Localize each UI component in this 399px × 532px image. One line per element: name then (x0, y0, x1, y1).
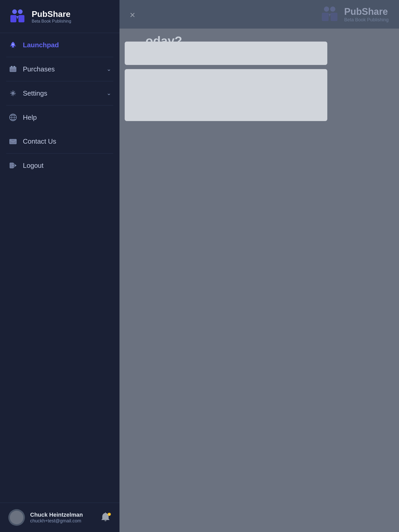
svg-rect-19 (10, 139, 16, 144)
sidebar-item-purchases[interactable]: Purchases ⌄ (0, 57, 119, 81)
svg-rect-9 (10, 67, 16, 72)
mail-icon (8, 137, 18, 146)
main-cards-area (125, 42, 327, 125)
sidebar-item-logout[interactable]: Logout (0, 154, 119, 177)
chevron-down-icon: ⌄ (107, 66, 111, 72)
sidebar-label-help: Help (23, 114, 111, 122)
sidebar-header: PubShare Beta Book Publishing (0, 0, 119, 33)
sidebar-label-launchpad: Launchpad (23, 41, 111, 49)
sidebar-item-launchpad[interactable]: Launchpad (0, 33, 119, 57)
sidebar-logo-icon (8, 7, 26, 25)
sidebar-item-settings[interactable]: Settings ⌄ (0, 81, 119, 105)
sidebar-label-purchases: Purchases (23, 65, 107, 73)
sidebar-brand-text: PubShare Beta Book Publishing (32, 9, 71, 24)
svg-point-8 (12, 44, 14, 45)
sidebar-item-contact[interactable]: Contact Us (0, 129, 119, 153)
chevron-down-icon-2: ⌄ (107, 90, 111, 97)
avatar (8, 509, 25, 526)
svg-rect-2 (322, 13, 329, 21)
svg-rect-3 (331, 13, 337, 21)
svg-point-4 (12, 9, 17, 14)
sidebar-item-help[interactable]: Help (0, 105, 119, 129)
user-info: Chuck Heintzelman chuckh+test@gmail.com (30, 511, 95, 524)
svg-point-1 (330, 6, 335, 12)
bell-icon: ! (100, 512, 111, 523)
close-icon: × (130, 10, 135, 21)
svg-rect-7 (18, 15, 24, 22)
svg-point-13 (12, 92, 14, 95)
logout-icon (8, 161, 18, 170)
svg-text:!: ! (109, 514, 110, 516)
sidebar-drawer: PubShare Beta Book Publishing Launchpad (0, 0, 119, 532)
sidebar-footer: Chuck Heintzelman chuckh+test@gmail.com … (0, 503, 119, 532)
sidebar-label-contact: Contact Us (23, 137, 111, 145)
sidebar-label-logout: Logout (23, 162, 111, 170)
user-name: Chuck Heintzelman (30, 511, 95, 518)
svg-point-0 (324, 6, 329, 12)
main-brand-name: PubShare (344, 6, 389, 17)
notification-button[interactable]: ! (100, 512, 111, 523)
settings-icon (8, 89, 18, 98)
nav-section: Launchpad Purchases ⌄ (0, 33, 119, 503)
rocket-icon (8, 40, 18, 50)
svg-rect-6 (10, 15, 16, 22)
purchases-icon (8, 64, 18, 74)
help-icon (8, 113, 18, 122)
close-button[interactable]: × (125, 7, 140, 23)
user-email: chuckh+test@gmail.com (30, 518, 95, 524)
sidebar-brand-subtitle: Beta Book Publishing (32, 19, 71, 24)
svg-rect-22 (104, 520, 106, 521)
avatar-image (10, 511, 23, 524)
svg-rect-10 (11, 66, 12, 68)
svg-rect-11 (14, 66, 15, 68)
card-2 (125, 69, 327, 121)
card-1 (125, 42, 327, 65)
main-logo-icon (319, 4, 340, 25)
main-brand: PubShare Beta Book Publishing (319, 4, 389, 25)
sidebar-label-settings: Settings (23, 89, 107, 97)
main-brand-subtitle: Beta Book Publishing (344, 17, 389, 23)
main-brand-text: PubShare Beta Book Publishing (344, 6, 389, 23)
sidebar-brand-name: PubShare (32, 9, 71, 19)
svg-point-5 (18, 9, 23, 14)
